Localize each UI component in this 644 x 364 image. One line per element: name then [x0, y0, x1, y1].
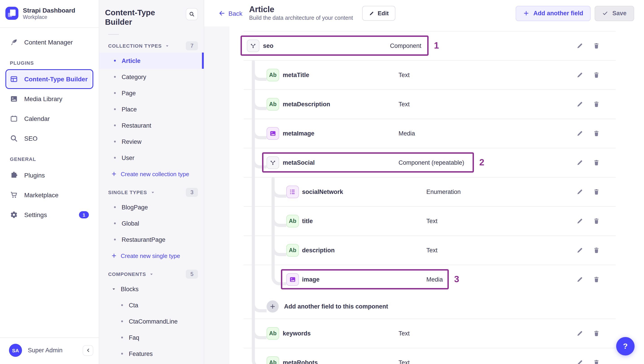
ctb-item-ctacommandline[interactable]: CtaCommandLine — [99, 313, 204, 329]
edit-field-button[interactable] — [576, 330, 584, 337]
edit-field-button[interactable] — [576, 71, 584, 78]
bullet-icon — [114, 206, 116, 208]
sidebar-item-plugins[interactable]: Plugins — [6, 165, 93, 185]
trash-icon — [593, 330, 600, 337]
delete-field-button[interactable] — [593, 42, 600, 49]
ctb-item-global[interactable]: Global — [99, 215, 204, 231]
section-label: SINGLE TYPES — [108, 190, 147, 195]
ctb-item-cta[interactable]: Cta — [99, 297, 204, 313]
ctb-item-page[interactable]: Page — [99, 85, 204, 101]
ctb-component-category-blocks[interactable]: Blocks — [105, 281, 198, 297]
gear-icon — [10, 211, 18, 219]
sidebar-item-marketplace[interactable]: Marketplace — [6, 185, 93, 205]
sidebar-item-content-type-builder[interactable]: Content-Type Builder — [6, 69, 93, 89]
ctb-section-header-components[interactable]: COMPONENTS5 — [105, 268, 198, 280]
field-name: socialNetwork — [302, 188, 343, 195]
edit-field-button[interactable] — [576, 276, 584, 283]
edit-field-button[interactable] — [576, 100, 584, 108]
app-title: Strapi Dashboard — [23, 7, 75, 14]
edit-button[interactable]: Edit — [362, 6, 396, 21]
ctb-item-features[interactable]: Features — [99, 345, 204, 362]
trash-icon — [593, 42, 600, 49]
field-row-metaRobots: AbmetaRobotsText — [229, 348, 644, 364]
user-menu[interactable]: SA Super Admin — [0, 338, 99, 364]
media-image-icon — [286, 273, 299, 286]
sidebar-item-seo[interactable]: SEO — [6, 128, 93, 148]
field-row-seo: seoComponent1 — [229, 31, 644, 60]
field-name: seo — [263, 42, 274, 49]
add-field-to-component-label: Add another field to this component — [284, 303, 388, 310]
edit-field-button[interactable] — [576, 42, 584, 49]
bullet-icon — [121, 337, 123, 338]
puzzle-icon — [10, 171, 18, 179]
sidebar-item-media-library[interactable]: Media Library — [6, 89, 93, 109]
ctb-item-blogpage[interactable]: BlogPage — [99, 199, 204, 215]
save-button[interactable]: Save — [595, 6, 634, 21]
add-field-to-component-button[interactable] — [266, 300, 279, 312]
field-type: Enumeration — [426, 188, 461, 195]
ctb-item-place[interactable]: Place — [99, 101, 204, 117]
bullet-icon — [121, 304, 123, 306]
ctb-item-faq[interactable]: Faq — [99, 329, 204, 345]
delete-field-button[interactable] — [593, 217, 600, 225]
plus-icon — [111, 253, 117, 258]
calendar-icon — [10, 115, 18, 123]
add-field-to-component-row: Add another field to this component — [229, 294, 644, 319]
pencil-icon — [576, 217, 584, 225]
field-name: metaDescription — [283, 101, 330, 107]
edit-field-button[interactable] — [576, 130, 584, 137]
workspace-name: Workplace — [23, 14, 75, 20]
workspace-switcher[interactable]: Strapi Dashboard Workplace — [0, 0, 99, 27]
picture-icon — [10, 95, 18, 103]
section-count-badge: 5 — [186, 270, 198, 279]
delete-field-button[interactable] — [593, 359, 600, 364]
bullet-icon — [114, 157, 116, 159]
fields-panel: seoComponent1AbmetaTitleTextAbmetaDescri… — [229, 27, 644, 364]
field-row-socialNetwork: socialNetworkEnumeration — [229, 177, 644, 206]
trash-icon — [593, 71, 600, 78]
sidebar-section-title: GENERAL — [10, 156, 89, 162]
delete-field-button[interactable] — [593, 247, 600, 254]
ctb-item-label: Restaurant — [122, 122, 151, 129]
edit-field-button[interactable] — [576, 247, 584, 254]
caret-down-icon — [150, 190, 154, 194]
ctb-item-user[interactable]: User — [99, 150, 204, 166]
save-label: Save — [612, 10, 626, 17]
field-row-keywords: AbkeywordsText — [229, 319, 644, 348]
edit-field-button[interactable] — [576, 359, 584, 364]
delete-field-button[interactable] — [593, 159, 600, 166]
ctb-item-review[interactable]: Review — [99, 133, 204, 150]
collapse-sidebar-button[interactable] — [82, 345, 93, 356]
delete-field-button[interactable] — [593, 330, 600, 337]
ctb-item-restaurantpage[interactable]: RestaurantPage — [99, 231, 204, 248]
delete-field-button[interactable] — [593, 100, 600, 108]
delete-field-button[interactable] — [593, 188, 600, 195]
create-new-type-link[interactable]: Create new collection type — [105, 166, 198, 182]
ctb-item-article[interactable]: Article — [99, 53, 204, 69]
field-type: Text — [398, 330, 410, 337]
sidebar-item-content-manager[interactable]: Content Manager — [6, 32, 93, 52]
back-link[interactable]: Back — [218, 10, 242, 17]
sidebar-item-calendar[interactable]: Calendar — [6, 109, 93, 128]
delete-field-button[interactable] — [593, 130, 600, 137]
add-field-label: Add another field — [534, 10, 583, 17]
ctb-section-header-single-types[interactable]: SINGLE TYPES3 — [105, 187, 198, 198]
ctb-item-category[interactable]: Category — [99, 69, 204, 85]
ctb-section-header-collection-types[interactable]: COLLECTION TYPES7 — [105, 40, 198, 52]
delete-field-button[interactable] — [593, 71, 600, 78]
add-another-field-button[interactable]: Add another field — [516, 6, 591, 21]
edit-field-button[interactable] — [576, 217, 584, 225]
sidebar-item-settings[interactable]: Settings1 — [6, 205, 93, 225]
ctb-item-restaurant[interactable]: Restaurant — [99, 117, 204, 133]
delete-field-button[interactable] — [593, 276, 600, 283]
app-root: Strapi Dashboard Workplace Content Manag… — [0, 0, 644, 364]
search-button[interactable] — [186, 8, 198, 20]
create-new-type-link[interactable]: Create new single type — [105, 248, 198, 264]
action-label: Create new single type — [121, 252, 180, 259]
help-button[interactable]: ? — [616, 337, 634, 355]
field-row-description: AbdescriptionText — [229, 236, 644, 265]
section-count-badge: 3 — [186, 188, 198, 197]
edit-field-button[interactable] — [576, 159, 584, 166]
field-type: Text — [398, 359, 410, 364]
edit-field-button[interactable] — [576, 188, 584, 195]
